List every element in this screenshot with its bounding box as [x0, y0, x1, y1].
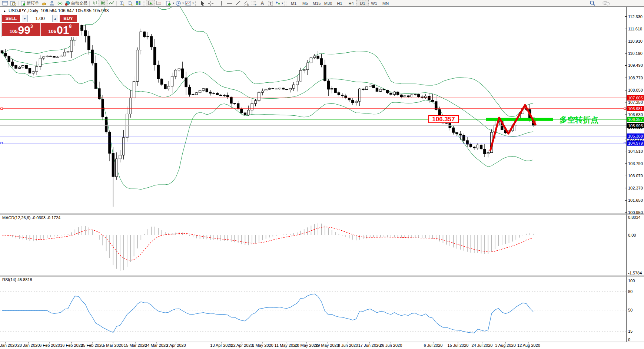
- candle-body: [233, 103, 236, 104]
- macd-axis-label: -1.5784: [628, 271, 642, 275]
- cursor-icon[interactable]: [199, 0, 207, 6]
- candle-body: [331, 89, 333, 89]
- crosshair-icon[interactable]: [207, 0, 215, 6]
- toolbar: 新订单 自动交易 ▾ ▾ ▾: [0, 0, 644, 7]
- horizontal-line-icon[interactable]: [226, 0, 234, 6]
- candle-body: [317, 56, 319, 59]
- bid-big-digits: 99: [18, 24, 30, 36]
- equidistant-channel-icon[interactable]: E: [242, 0, 250, 6]
- thick-green-level-bar[interactable]: [486, 118, 553, 121]
- candle-body: [116, 159, 118, 177]
- candle-body: [213, 93, 215, 93]
- zoom-out-icon[interactable]: [126, 0, 134, 6]
- date-label: 3 Aug 2020: [495, 343, 516, 348]
- signal-icon[interactable]: [56, 0, 64, 6]
- fibonacci-icon[interactable]: F: [250, 0, 258, 6]
- candle-body: [140, 32, 142, 50]
- candle-body: [404, 96, 406, 97]
- timeframe-h1[interactable]: H1: [334, 0, 345, 6]
- date-label: 20 May 2020: [295, 343, 318, 348]
- candle-body: [334, 89, 336, 93]
- periods-icon[interactable]: ▾: [175, 0, 185, 6]
- toolbar-separator: [164, 1, 164, 6]
- timeframe-mn[interactable]: MN: [380, 0, 391, 6]
- indicators-icon[interactable]: ▾: [165, 0, 175, 6]
- bollinger-line: [2, 0, 534, 117]
- price-badge-label: 105.993: [628, 124, 643, 128]
- candle-body: [15, 65, 17, 68]
- rsi-label: RSI(14) 45.8818: [2, 277, 32, 282]
- candle-body: [320, 59, 322, 65]
- candle-body: [473, 147, 475, 148]
- volume-up-button[interactable]: ▲: [52, 15, 58, 22]
- price-tick-label: 110.910: [628, 39, 643, 43]
- rsi-line: [2, 294, 534, 333]
- rsi-axis-label: 0: [628, 338, 630, 342]
- line-endpoint-marker[interactable]: [1, 108, 3, 109]
- timeframe-m1[interactable]: M1: [288, 0, 299, 6]
- templates-icon[interactable]: ▾: [185, 0, 195, 6]
- cn-annotation-text[interactable]: 多空转折点: [560, 115, 598, 124]
- timeframe-m5[interactable]: M5: [299, 0, 311, 6]
- auto-scroll-icon[interactable]: [146, 0, 155, 6]
- chat-icon[interactable]: [602, 0, 611, 6]
- autotrading-button[interactable]: 自动交易: [64, 0, 88, 6]
- ask-price-tile[interactable]: 106 01 8: [41, 23, 79, 36]
- line-chart-icon[interactable]: [107, 0, 115, 6]
- line-endpoint-marker[interactable]: [624, 142, 626, 144]
- date-label: 15 Jul 2020: [448, 343, 469, 348]
- toolbar-grip: [285, 1, 286, 6]
- market-watch-icon[interactable]: [9, 0, 17, 6]
- date-label: 24 Mar 2020: [145, 343, 168, 348]
- price-tick-label: 110.190: [628, 51, 643, 56]
- candle-body: [487, 153, 489, 154]
- volume-input[interactable]: 1.00: [28, 15, 52, 22]
- candle-body: [154, 47, 156, 65]
- vertical-line-icon[interactable]: [218, 0, 226, 6]
- dropdown-arrow-icon: ▾: [282, 1, 283, 5]
- candle-body: [18, 67, 20, 68]
- candle-body: [279, 88, 281, 89]
- collapse-arrow-icon[interactable]: ▲: [3, 9, 6, 13]
- search-icon[interactable]: [588, 0, 597, 6]
- candle-body: [362, 89, 364, 89]
- date-axis[interactable]: 19 Jan 202028 Jan 20206 Feb 202016 Feb 2…: [0, 342, 540, 348]
- zoom-in-icon[interactable]: [118, 0, 126, 6]
- date-label: 6 Jul 2020: [424, 343, 443, 348]
- contacts-icon[interactable]: [48, 0, 56, 6]
- new-order-button[interactable]: 新订单: [20, 0, 40, 6]
- svg-text:T: T: [269, 1, 272, 6]
- autotrading-label: 自动交易: [71, 0, 87, 6]
- arrows-icon[interactable]: ▾: [275, 0, 284, 6]
- tile-windows-icon[interactable]: [134, 0, 142, 6]
- dropdown-arrow-icon: ▾: [182, 1, 184, 5]
- text-icon[interactable]: A: [258, 0, 266, 6]
- text-label-icon[interactable]: T: [266, 0, 275, 6]
- date-label: 16 Feb 2020: [60, 343, 83, 348]
- candle-body: [102, 99, 104, 117]
- one-click-trade-panel: SELL ▼ 1.00 ▲ BUY 105 99 3 106 01 8: [1, 14, 80, 37]
- candle-body: [261, 91, 263, 92]
- depth-of-market-icon[interactable]: [40, 0, 48, 6]
- candle-body: [435, 102, 437, 110]
- timeframe-m30[interactable]: M30: [322, 0, 334, 6]
- timeframe-d1[interactable]: D1: [357, 0, 368, 6]
- line-endpoint-marker[interactable]: [624, 108, 626, 109]
- sell-button[interactable]: SELL: [2, 15, 20, 22]
- line-endpoint-marker[interactable]: [1, 142, 3, 144]
- candlestick-icon[interactable]: [99, 0, 107, 6]
- buy-button[interactable]: BUY: [60, 15, 77, 22]
- candle-body: [49, 56, 52, 56]
- new-window-icon[interactable]: [1, 0, 9, 6]
- timeframe-w1[interactable]: W1: [368, 0, 380, 6]
- bar-chart-icon[interactable]: [91, 0, 99, 6]
- volume-down-button[interactable]: ▼: [22, 15, 28, 22]
- candle-body: [310, 58, 312, 63]
- candle-body: [195, 93, 197, 95]
- bid-price-tile[interactable]: 105 99 3: [2, 23, 40, 36]
- rsi-pane: 1008050150: [0, 279, 635, 342]
- chart-shift-icon[interactable]: [155, 0, 163, 6]
- timeframe-h4[interactable]: H4: [345, 0, 357, 6]
- timeframe-m15[interactable]: M15: [311, 0, 322, 6]
- trendline-icon[interactable]: [234, 0, 242, 6]
